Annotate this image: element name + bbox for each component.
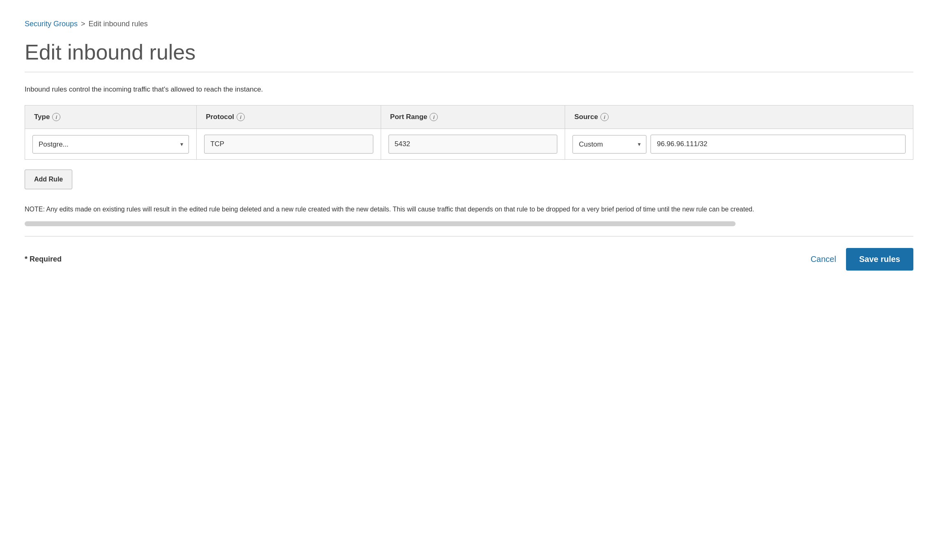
page-container: Security Groups > Edit inbound rules Edi… [0, 0, 938, 290]
protocol-info-icon[interactable]: i [237, 113, 245, 121]
port-range-input[interactable] [389, 135, 558, 154]
col-header-port-range: Port Range i [381, 106, 565, 129]
title-divider [25, 72, 913, 72]
footer: * Required Cancel Save rules [25, 248, 913, 271]
table-header-row: Type i Protocol i Port Range i [25, 106, 913, 129]
source-ip-input[interactable] [651, 135, 906, 154]
breadcrumb-separator: > [81, 20, 85, 28]
type-select[interactable]: Postgre... [32, 135, 189, 154]
breadcrumb-current: Edit inbound rules [89, 20, 148, 28]
source-info-icon[interactable]: i [600, 113, 609, 121]
port-range-cell [381, 129, 565, 160]
note-text: NOTE: Any edits made on existing rules w… [25, 204, 764, 215]
page-title: Edit inbound rules [25, 40, 913, 64]
table-row: Postgre... ▾ [25, 129, 913, 160]
breadcrumb-security-groups-link[interactable]: Security Groups [25, 20, 78, 28]
col-header-source: Source i [565, 106, 913, 129]
footer-actions: Cancel Save rules [811, 248, 913, 271]
source-cell: Custom Anywhere My IP ▾ [565, 129, 913, 160]
required-label: * Required [25, 255, 62, 264]
col-header-type: Type i [25, 106, 197, 129]
protocol-cell [197, 129, 381, 160]
rules-table: Type i Protocol i Port Range i [25, 105, 913, 160]
type-cell: Postgre... ▾ [25, 129, 197, 160]
col-header-protocol: Protocol i [197, 106, 381, 129]
source-cell-inner: Custom Anywhere My IP ▾ [572, 135, 906, 154]
cancel-button[interactable]: Cancel [811, 255, 836, 264]
type-select-wrapper: Postgre... ▾ [32, 135, 189, 154]
source-select-wrapper: Custom Anywhere My IP ▾ [572, 135, 646, 154]
scrollbar[interactable] [25, 221, 736, 226]
page-description: Inbound rules control the incoming traff… [25, 85, 913, 94]
save-rules-button[interactable]: Save rules [846, 248, 913, 271]
add-rule-button[interactable]: Add Rule [25, 170, 72, 189]
footer-divider [25, 236, 913, 236]
type-info-icon[interactable]: i [52, 113, 60, 121]
protocol-input[interactable] [204, 135, 373, 154]
port-range-info-icon[interactable]: i [430, 113, 438, 121]
breadcrumb: Security Groups > Edit inbound rules [25, 20, 913, 28]
source-type-select[interactable]: Custom Anywhere My IP [572, 135, 646, 154]
